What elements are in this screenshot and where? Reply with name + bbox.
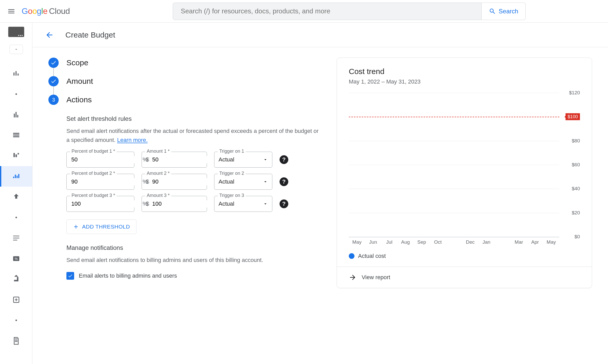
trigger-on-3[interactable]: Actual bbox=[214, 196, 272, 212]
step-actions[interactable]: 3 Actions bbox=[48, 95, 321, 105]
nav-item-5[interactable] bbox=[0, 145, 32, 166]
amount-3[interactable]: $ bbox=[142, 196, 207, 212]
email-alerts-checkbox[interactable] bbox=[66, 272, 74, 280]
alert-thresholds-description: Send email alert notifications after the… bbox=[66, 126, 319, 144]
trigger-on-2[interactable]: Actual bbox=[214, 174, 272, 190]
manage-notifications-description: Send email alert notifications to billin… bbox=[66, 256, 319, 265]
learn-more-link[interactable]: Learn more. bbox=[117, 137, 148, 143]
threshold-row: Percent of budget 2 * % Amount 2 * $ bbox=[66, 174, 321, 190]
nav-item-4[interactable] bbox=[0, 125, 32, 145]
nav-item-13[interactable] bbox=[0, 310, 32, 331]
cost-trend-title: Cost trend bbox=[349, 67, 580, 76]
check-icon bbox=[50, 60, 57, 66]
add-threshold-button[interactable]: ADD THRESHOLD bbox=[66, 220, 136, 234]
threshold-row: Percent of budget 1 * % Amount 1 * $ bbox=[66, 152, 321, 168]
search-button[interactable]: Search bbox=[482, 3, 526, 20]
arrow-back-icon bbox=[45, 31, 54, 39]
amount-1[interactable]: $ bbox=[142, 152, 207, 168]
amount-2[interactable]: $ bbox=[142, 174, 207, 190]
trigger-on-1[interactable]: Actual bbox=[214, 152, 272, 168]
check-icon bbox=[68, 273, 73, 278]
plus-icon bbox=[73, 224, 79, 230]
nav-item-8[interactable] bbox=[0, 207, 32, 228]
percent-of-budget-3[interactable]: % bbox=[66, 196, 134, 212]
arrow-forward-icon bbox=[349, 274, 357, 281]
google-cloud-logo[interactable]: Google Cloud bbox=[22, 6, 70, 16]
help-icon[interactable]: ? bbox=[280, 177, 288, 186]
nav-item-budgets[interactable] bbox=[0, 166, 32, 187]
manage-notifications-heading: Manage notifications bbox=[66, 244, 321, 251]
legend-swatch-actual bbox=[349, 253, 354, 259]
back-button[interactable] bbox=[44, 29, 55, 41]
billing-account-icon[interactable] bbox=[8, 27, 24, 37]
chevron-down-icon bbox=[263, 201, 268, 206]
threshold-row: Percent of budget 3 * % Amount 3 * $ bbox=[66, 196, 321, 212]
search-icon bbox=[489, 8, 496, 15]
percent-of-budget-1[interactable]: % bbox=[66, 152, 134, 168]
step-scope[interactable]: Scope bbox=[48, 58, 321, 68]
nav-item-1[interactable] bbox=[0, 63, 32, 84]
cost-trend-subtitle: May 1, 2022 – May 31, 2023 bbox=[349, 78, 580, 85]
svg-text:%: % bbox=[15, 257, 18, 261]
nav-item-11[interactable] bbox=[0, 269, 32, 289]
expand-rail-button[interactable] bbox=[10, 45, 23, 54]
view-report-link[interactable]: View report bbox=[337, 267, 592, 288]
top-bar: Google Cloud Search bbox=[0, 0, 608, 23]
help-icon[interactable]: ? bbox=[280, 199, 288, 208]
nav-item-7[interactable] bbox=[0, 187, 32, 207]
nav-item-3[interactable] bbox=[0, 104, 32, 125]
cost-trend-chart: $0$20$40$60$80$120$100 bbox=[349, 93, 580, 237]
stepper: Scope Amount 3 Actions bbox=[48, 58, 321, 105]
alert-thresholds-section: Set alert threshold rules Send email ale… bbox=[48, 115, 321, 234]
page-header: Create Budget bbox=[32, 23, 608, 47]
menu-icon[interactable] bbox=[5, 5, 18, 17]
manage-notifications-section: Manage notifications Send email alert no… bbox=[48, 244, 321, 279]
chart-x-axis: MayJunJulAugSepOct_DecJan_MarAprMay bbox=[349, 239, 580, 245]
help-icon[interactable]: ? bbox=[280, 155, 288, 164]
chart-legend: Actual cost bbox=[349, 253, 580, 259]
nav-item-10[interactable]: % bbox=[0, 248, 32, 269]
nav-item-9[interactable] bbox=[0, 228, 32, 248]
cost-trend-card: Cost trend May 1, 2022 – May 31, 2023 $0… bbox=[337, 58, 592, 288]
search-input[interactable] bbox=[173, 3, 482, 20]
step-amount[interactable]: Amount bbox=[48, 76, 321, 86]
chevron-down-icon bbox=[263, 179, 268, 184]
left-nav-rail: % bbox=[0, 23, 32, 364]
chevron-down-icon bbox=[263, 157, 268, 162]
alert-thresholds-heading: Set alert threshold rules bbox=[66, 115, 321, 122]
nav-item-14[interactable] bbox=[0, 331, 32, 351]
nav-item-2[interactable] bbox=[0, 84, 32, 104]
page-title: Create Budget bbox=[65, 31, 115, 39]
email-alerts-label: Email alerts to billing admins and users bbox=[79, 272, 177, 279]
nav-item-12[interactable] bbox=[0, 289, 32, 310]
percent-of-budget-2[interactable]: % bbox=[66, 174, 134, 190]
check-icon bbox=[50, 78, 57, 84]
